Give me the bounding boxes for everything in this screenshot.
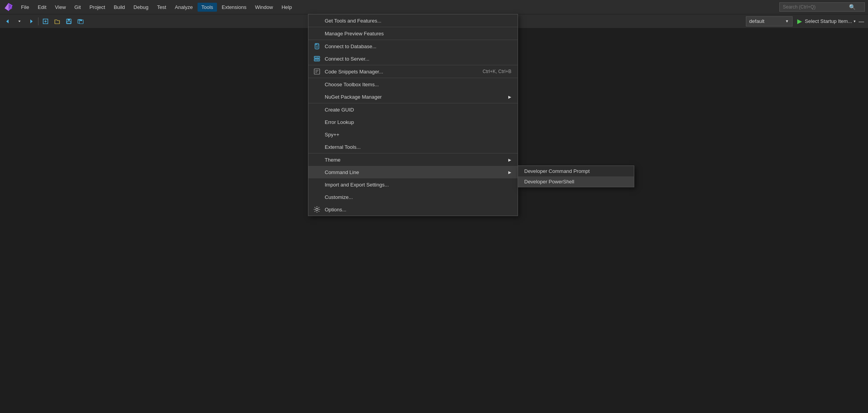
no-icon: [313, 156, 321, 164]
forward-button[interactable]: [26, 16, 37, 27]
svg-point-30: [316, 208, 318, 211]
menu-create-guid[interactable]: Create GUID: [308, 103, 518, 116]
save-button[interactable]: [63, 16, 74, 27]
menu-view[interactable]: View: [51, 3, 70, 12]
error-lookup-label: Error Lookup: [325, 119, 511, 125]
menu-choose-toolbox[interactable]: Choose Toolbox Items...: [308, 78, 518, 91]
command-line-label: Command Line: [325, 169, 504, 175]
no-icon: [313, 17, 321, 24]
startup-item-dropdown-arrow[interactable]: ▾: [854, 19, 856, 23]
menu-code-snippets[interactable]: Code Snippets Manager... Ctrl+K, Ctrl+B: [308, 65, 518, 78]
startup-item-label[interactable]: Select Startup Item...: [805, 18, 852, 24]
svg-marker-1: [9, 3, 12, 10]
chevron-down-icon: ▼: [785, 19, 789, 23]
menu-project[interactable]: Project: [86, 3, 109, 12]
menu-debug[interactable]: Debug: [130, 3, 152, 12]
search-box[interactable]: 🔍: [779, 2, 865, 12]
options-label: Options...: [325, 207, 511, 213]
menu-manage-preview[interactable]: Manage Preview Features: [308, 27, 518, 40]
connect-server-label: Connect to Server...: [325, 56, 511, 62]
menu-git[interactable]: Git: [70, 3, 85, 12]
nuget-label: NuGet Package Manager: [325, 94, 504, 100]
menu-nuget[interactable]: NuGet Package Manager ▶: [308, 91, 518, 103]
menu-build[interactable]: Build: [110, 3, 129, 12]
config-area: default ▼ ▶ Select Startup Item... ▾ —: [746, 16, 866, 26]
menu-help[interactable]: Help: [278, 3, 296, 12]
theme-arrow-icon: ▶: [508, 158, 511, 162]
no-icon: [313, 106, 321, 113]
play-button[interactable]: ▶: [796, 17, 803, 26]
database-icon: [313, 42, 321, 50]
command-line-arrow-icon: ▶: [508, 170, 511, 174]
back-button[interactable]: [2, 16, 13, 27]
startup-area: ▶ Select Startup Item... ▾ —: [796, 17, 866, 26]
startup-line-button[interactable]: —: [857, 17, 866, 25]
app-logo: [3, 2, 14, 12]
menu-window[interactable]: Window: [251, 3, 277, 12]
new-item-button[interactable]: [40, 16, 51, 27]
no-icon: [313, 30, 321, 37]
menu-options[interactable]: Options...: [308, 203, 518, 216]
toolbar-separator-1: [38, 17, 38, 25]
create-guid-label: Create GUID: [325, 107, 511, 113]
connect-db-label: Connect to Database...: [325, 44, 511, 49]
menu-external-tools[interactable]: External Tools...: [308, 141, 518, 153]
menu-tools[interactable]: Tools: [198, 3, 217, 12]
menu-test[interactable]: Test: [153, 3, 170, 12]
manage-preview-label: Manage Preview Features: [325, 31, 511, 37]
back-dropdown-button[interactable]: [14, 16, 25, 27]
tools-dropdown-menu: Get Tools and Features... Manage Preview…: [308, 14, 518, 216]
dev-ps-label: Developer PowerShell: [524, 179, 574, 185]
spy-label: Spy++: [325, 132, 511, 138]
search-input[interactable]: [783, 4, 849, 10]
menu-error-lookup[interactable]: Error Lookup: [308, 116, 518, 128]
search-icon: 🔍: [849, 4, 856, 10]
get-tools-label: Get Tools and Features...: [325, 18, 511, 24]
svg-rect-11: [67, 21, 71, 23]
gear-icon: [313, 206, 321, 213]
menu-analyze[interactable]: Analyze: [171, 3, 196, 12]
import-export-label: Import and Export Settings...: [325, 182, 511, 188]
theme-label: Theme: [325, 157, 504, 163]
configuration-dropdown[interactable]: default ▼: [746, 16, 793, 26]
menu-spy[interactable]: Spy++: [308, 128, 518, 141]
external-tools-label: External Tools...: [325, 144, 511, 150]
svg-point-22: [315, 57, 316, 58]
code-snippets-label: Code Snippets Manager...: [325, 69, 479, 75]
submenu-dev-cmd[interactable]: Developer Command Prompt: [518, 166, 634, 176]
no-icon: [313, 93, 321, 101]
no-icon: [313, 131, 321, 138]
svg-marker-4: [18, 21, 21, 22]
no-icon: [313, 193, 321, 201]
menu-connect-server[interactable]: Connect to Server...: [308, 52, 518, 65]
no-icon: [313, 168, 321, 176]
choose-toolbox-label: Choose Toolbox Items...: [325, 82, 511, 87]
customize-label: Customize...: [325, 194, 511, 200]
svg-marker-5: [30, 19, 33, 23]
open-button[interactable]: [52, 16, 63, 27]
menu-edit[interactable]: Edit: [34, 3, 50, 12]
menu-file[interactable]: File: [17, 3, 33, 12]
save-all-button[interactable]: [75, 16, 86, 27]
submenu-dev-ps[interactable]: Developer PowerShell: [518, 176, 634, 187]
menu-command-line[interactable]: Command Line ▶ Developer Command Prompt …: [308, 166, 518, 178]
svg-point-23: [315, 60, 316, 61]
nuget-arrow-icon: ▶: [508, 95, 511, 99]
no-icon: [313, 80, 321, 88]
config-value: default: [749, 18, 765, 24]
menu-bar: File Edit View Git Project Build Debug T…: [0, 0, 868, 14]
server-icon: [313, 55, 321, 63]
menu-theme[interactable]: Theme ▶: [308, 153, 518, 166]
svg-point-17: [316, 44, 317, 45]
svg-rect-15: [80, 20, 82, 21]
menu-import-export[interactable]: Import and Export Settings...: [308, 178, 518, 191]
no-icon: [313, 181, 321, 188]
code-snippet-icon: [313, 68, 321, 75]
menu-connect-db[interactable]: Connect to Database...: [308, 40, 518, 52]
svg-rect-10: [68, 19, 70, 21]
menu-extensions[interactable]: Extensions: [218, 3, 250, 12]
menu-get-tools[interactable]: Get Tools and Features...: [308, 14, 518, 27]
no-icon: [313, 143, 321, 151]
menu-customize[interactable]: Customize...: [308, 191, 518, 203]
no-icon: [313, 118, 321, 126]
